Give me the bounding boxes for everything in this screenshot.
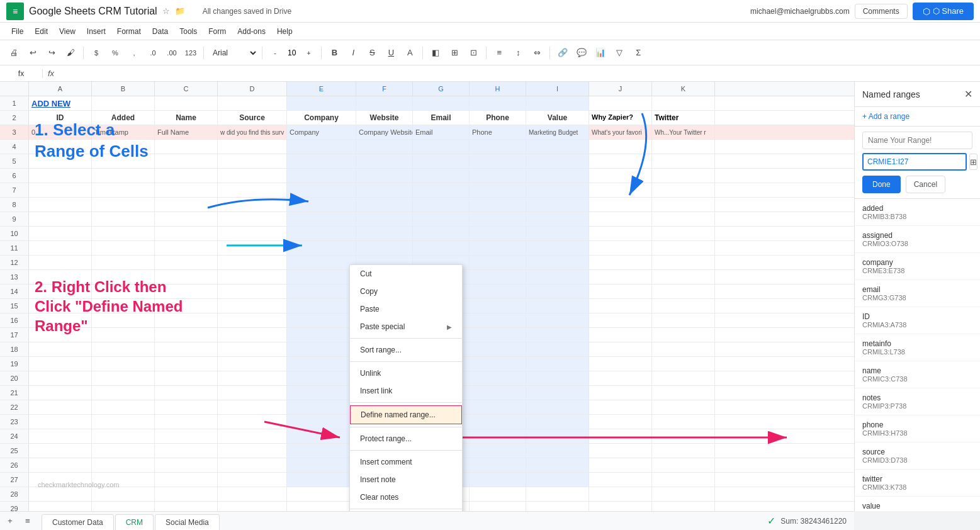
- cell-i7[interactable]: [526, 183, 589, 197]
- cell-f4[interactable]: [356, 140, 413, 154]
- cell-a18[interactable]: [29, 342, 92, 356]
- named-range-item[interactable]: IDCRMIA3:A738: [855, 307, 980, 334]
- cell-c16[interactable]: [155, 313, 218, 327]
- number-format-button[interactable]: 123: [182, 44, 200, 62]
- cell-k9[interactable]: [652, 212, 715, 226]
- cell-a15[interactable]: [29, 299, 92, 313]
- context-menu-insert-comment[interactable]: Insert comment: [350, 453, 462, 471]
- cell-b18[interactable]: [92, 342, 155, 356]
- menu-edit[interactable]: Edit: [30, 25, 53, 38]
- cell-c27[interactable]: [155, 473, 218, 487]
- cell-i14[interactable]: [526, 285, 589, 298]
- cell-e23[interactable]: [287, 415, 356, 429]
- cell-e19[interactable]: [287, 357, 356, 371]
- cell-a1[interactable]: ADD NEW: [29, 96, 92, 110]
- cell-a29[interactable]: [29, 502, 92, 511]
- cell-k16[interactable]: [652, 313, 715, 327]
- cell-e14[interactable]: [287, 285, 356, 298]
- cell-g4[interactable]: [413, 140, 470, 154]
- cell-b13[interactable]: [92, 270, 155, 284]
- cell-c10[interactable]: [155, 227, 218, 240]
- cell-d12[interactable]: [218, 256, 287, 269]
- menu-format[interactable]: Format: [112, 25, 146, 38]
- cell-b19[interactable]: [92, 357, 155, 371]
- cell-h5[interactable]: [470, 154, 526, 168]
- cell-d27[interactable]: [218, 473, 287, 487]
- cell-e9[interactable]: [287, 212, 356, 226]
- cell-k25[interactable]: [652, 444, 715, 458]
- cell-f3[interactable]: Company Website: [356, 125, 413, 139]
- cell-e22[interactable]: [287, 400, 356, 414]
- cell-i24[interactable]: [526, 429, 589, 443]
- cell-a16[interactable]: [29, 313, 92, 327]
- cell-b5[interactable]: [92, 154, 155, 168]
- align-left[interactable]: ≡: [490, 44, 508, 62]
- context-menu-insert-note[interactable]: Insert note: [350, 471, 462, 488]
- cell-d24[interactable]: [218, 429, 287, 443]
- cell-d5[interactable]: [218, 154, 287, 168]
- cell-k13[interactable]: [652, 270, 715, 284]
- star-icon[interactable]: ☆: [162, 6, 170, 16]
- menu-file[interactable]: File: [6, 25, 28, 38]
- cell-j8[interactable]: [589, 198, 652, 211]
- cell-e2[interactable]: Company: [287, 111, 356, 125]
- cell-j2[interactable]: Why Zapier?: [589, 111, 652, 125]
- cell-d3[interactable]: w did you find this surv: [218, 125, 287, 139]
- cell-f5[interactable]: [356, 154, 413, 168]
- cell-k3[interactable]: Wh...Your Twitter r: [652, 125, 715, 139]
- cell-a12[interactable]: [29, 256, 92, 269]
- tab-crm[interactable]: CRM: [115, 514, 154, 531]
- redo-button[interactable]: ↪: [43, 44, 60, 62]
- cell-h18[interactable]: [470, 342, 526, 356]
- cell-a25[interactable]: [29, 444, 92, 458]
- cell-h1[interactable]: [470, 96, 526, 110]
- cell-i27[interactable]: [526, 473, 589, 487]
- cell-d15[interactable]: [218, 299, 287, 313]
- menu-insert[interactable]: Insert: [82, 25, 111, 38]
- comment-button[interactable]: 💬: [573, 44, 590, 62]
- cell-k4[interactable]: [652, 140, 715, 154]
- cell-d9[interactable]: [218, 212, 287, 226]
- cell-d14[interactable]: [218, 285, 287, 298]
- cell-j5[interactable]: [589, 154, 652, 168]
- cell-j21[interactable]: [589, 386, 652, 400]
- col-header-e[interactable]: E: [287, 82, 356, 96]
- cell-i18[interactable]: [526, 342, 589, 356]
- cell-a9[interactable]: [29, 212, 92, 226]
- cell-h29[interactable]: [470, 502, 526, 511]
- cell-e1[interactable]: [287, 96, 356, 110]
- menu-view[interactable]: View: [54, 25, 81, 38]
- cell-f11[interactable]: [356, 241, 413, 255]
- context-menu-copy[interactable]: Copy: [350, 283, 462, 300]
- menu-help[interactable]: Help: [272, 25, 298, 38]
- cell-b2[interactable]: Added: [92, 111, 155, 125]
- cell-k28[interactable]: [652, 487, 715, 501]
- col-header-b[interactable]: B: [92, 82, 155, 96]
- cell-e28[interactable]: [287, 487, 356, 501]
- cell-a4[interactable]: [29, 140, 92, 154]
- cell-f2[interactable]: Website: [356, 111, 413, 125]
- cell-c2[interactable]: Name: [155, 111, 218, 125]
- range-value-input[interactable]: [862, 153, 967, 171]
- cell-b28[interactable]: [92, 487, 155, 501]
- tab-customer-data[interactable]: Customer Data: [42, 514, 114, 531]
- col-header-f[interactable]: F: [356, 82, 413, 96]
- cell-f8[interactable]: [356, 198, 413, 211]
- named-range-item[interactable]: twitterCRMIK3:K738: [855, 470, 980, 497]
- cell-d22[interactable]: [218, 400, 287, 414]
- cell-h25[interactable]: [470, 444, 526, 458]
- cell-d11[interactable]: [218, 241, 287, 255]
- context-menu-insert-link[interactable]: Insert link: [350, 382, 462, 400]
- cell-e4[interactable]: [287, 140, 356, 154]
- cell-g1[interactable]: [413, 96, 470, 110]
- cell-e16[interactable]: [287, 313, 356, 327]
- font-selector[interactable]: Arial: [208, 47, 258, 59]
- cell-h6[interactable]: [470, 169, 526, 183]
- cell-e12[interactable]: [287, 256, 356, 269]
- range-name-input[interactable]: [862, 132, 972, 149]
- named-range-item[interactable]: phoneCRMIH3:H738: [855, 415, 980, 443]
- cell-b29[interactable]: [92, 502, 155, 511]
- cell-a26[interactable]: [29, 458, 92, 472]
- font-size-increase[interactable]: +: [300, 44, 317, 62]
- cell-c3[interactable]: Full Name: [155, 125, 218, 139]
